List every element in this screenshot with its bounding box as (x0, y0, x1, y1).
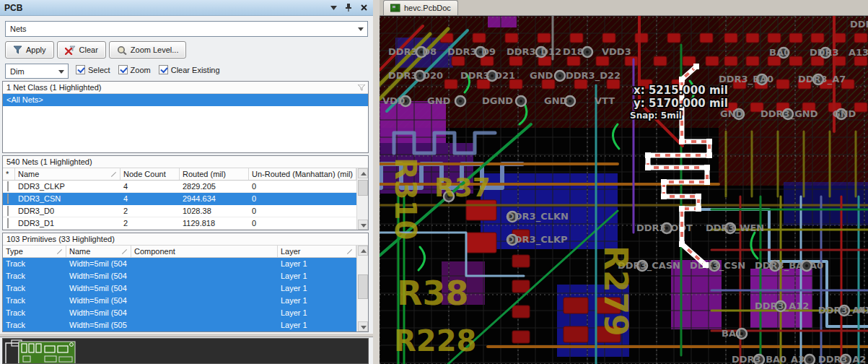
svg-text:DDR3_D20: DDR3_D20 (388, 70, 443, 82)
svg-text:DDR3_A12: DDR3_A12 (755, 300, 809, 312)
select-checkbox[interactable]: Select (76, 65, 110, 74)
svg-text:R38: R38 (397, 274, 468, 313)
primitive-row[interactable]: Track Width=5mil (504 Layer 1 (3, 270, 368, 282)
scroll-down-icon[interactable] (358, 220, 368, 230)
clear-existing-checkbox[interactable]: Clear Existing (159, 65, 220, 74)
col-prim-name-label: Name (69, 247, 90, 256)
net-row[interactable]: DDR3_CLKP 4 2829.205 0 (3, 181, 368, 193)
prim-component (131, 270, 278, 282)
scrollbar-thumb[interactable] (358, 274, 368, 299)
hud-x-coordinate: x: 5215.000 mil (634, 84, 728, 97)
col-star[interactable]: * (3, 168, 15, 180)
net-row[interactable]: DDR3_D0 2 1028.38 0 (3, 205, 368, 217)
apply-button[interactable]: Apply (5, 41, 54, 58)
svg-text:VDD3: VDD3 (602, 46, 631, 57)
scrollbar-thumb[interactable] (358, 180, 368, 196)
primitives-header[interactable]: 103 Primitives (33 Highlighted) (3, 233, 368, 246)
panel-divider[interactable] (0, 333, 373, 337)
col-routed[interactable]: Routed (mil) (180, 168, 249, 180)
col-type[interactable]: Type (3, 246, 66, 257)
primitives-column-header[interactable]: Type Name Component Layer (3, 246, 368, 258)
net-class-item-all-nets[interactable]: <All Nets> (3, 94, 368, 106)
nets-header-label: 540 Nets (1 Highlighted) (6, 157, 92, 166)
zoom-level-button[interactable]: Zoom Level... (109, 41, 187, 58)
col-unrouted[interactable]: Un-Routed (Manhattan) (mil) (249, 168, 356, 180)
col-component[interactable]: Component (131, 246, 278, 257)
svg-text:A3: A3 (791, 354, 805, 364)
primitive-row[interactable]: Track Width=5mil (504 Layer 1 (3, 258, 368, 270)
close-icon[interactable] (359, 4, 369, 12)
svg-text:DDR3_WEN: DDR3_WEN (706, 222, 764, 234)
primitive-row[interactable]: Track Width=5mil (504 Layer 1 (3, 282, 368, 295)
panel-mode-dropdown[interactable]: Nets (5, 21, 368, 37)
dim-dropdown[interactable]: Dim (5, 64, 69, 79)
col-layer[interactable]: Layer (278, 246, 356, 257)
row-checkbox[interactable] (7, 181, 9, 191)
net-name: DDR3_CLKP (15, 181, 120, 192)
col-name[interactable]: Name (15, 168, 120, 180)
svg-text:DDR3_CLKP: DDR3_CLKP (507, 234, 568, 246)
filter-funnel-icon[interactable] (358, 84, 365, 91)
nets-column-header[interactable]: * Name Node Count Routed (mil) Un-Routed… (3, 168, 368, 181)
primitive-row[interactable]: Track Width=5mil (504 Layer 1 (3, 307, 368, 319)
svg-text:BA1: BA1 (722, 328, 742, 339)
prim-component (131, 295, 278, 306)
row-checkbox[interactable] (7, 194, 9, 204)
zoom-checkbox[interactable]: Zoom (118, 65, 151, 74)
svg-text:R279: R279 (597, 246, 634, 337)
col-node-count[interactable]: Node Count (120, 168, 180, 180)
nets-scrollbar[interactable] (356, 168, 368, 230)
panel-menu-chevron-icon[interactable] (328, 4, 338, 12)
prim-name: Width=5mil (504 (66, 270, 131, 282)
scroll-down-icon[interactable] (358, 321, 368, 332)
sort-ascending-icon (347, 249, 352, 254)
checkbox-box (159, 65, 168, 74)
prim-component (131, 307, 278, 318)
net-row[interactable]: DDR3_D1 2 1129.818 0 (3, 217, 368, 230)
net-row[interactable]: DDR3_CSN 4 2944.634 0 (3, 193, 368, 205)
svg-text:DDR3_BA: DDR3_BA (755, 260, 803, 272)
net-routed: 2944.634 (180, 193, 249, 204)
board-thumbnail (3, 339, 89, 364)
scroll-up-icon[interactable] (358, 168, 368, 178)
prim-layer: Layer 1 (278, 319, 356, 331)
svg-text:VTT: VTT (595, 95, 615, 106)
prim-type: Track (3, 270, 66, 282)
clear-button[interactable]: Clear (57, 41, 106, 58)
prim-component (131, 282, 278, 294)
prim-type: Track (3, 282, 66, 294)
col-prim-name[interactable]: Name (66, 246, 131, 257)
prim-layer: Layer 1 (278, 295, 356, 306)
svg-text:D18: D18 (563, 46, 584, 57)
net-routed: 2829.205 (180, 181, 249, 192)
pcb-canvas[interactable]: DDR3DDR3_D8DDR3_D9DDR3_D12D18VDD3DDR3_D2… (380, 16, 868, 364)
svg-text:DGND: DGND (482, 95, 513, 106)
net-unrouted: 0 (249, 193, 356, 204)
svg-text:GND: GND (530, 70, 553, 81)
dock-splitter[interactable] (373, 0, 380, 364)
primitives-section: 103 Primitives (33 Highlighted) Type Nam… (2, 233, 369, 332)
net-name: DDR3_D1 (15, 217, 120, 229)
primitive-row[interactable]: Track Width=5mil (505 Layer 1 (3, 319, 368, 332)
prim-component (131, 258, 278, 269)
magnifier-icon (117, 46, 127, 55)
net-node-count: 4 (120, 181, 180, 192)
svg-text:GND: GND (427, 95, 451, 106)
row-checkbox[interactable] (7, 218, 9, 228)
primitives-header-label: 103 Primitives (33 Highlighted) (6, 235, 115, 243)
primitive-row[interactable]: Track Width=5mil (504 Layer 1 (3, 295, 368, 307)
primitives-scrollbar[interactable] (356, 246, 368, 332)
board-preview-pane[interactable] (2, 338, 369, 364)
scroll-up-icon[interactable] (358, 246, 368, 256)
net-unrouted: 0 (249, 181, 356, 192)
row-checkbox[interactable] (7, 206, 9, 216)
prim-layer: Layer 1 (278, 258, 356, 269)
clear-label: Clear (79, 46, 98, 54)
pin-icon[interactable] (343, 4, 354, 12)
nets-section: 540 Nets (1 Highlighted) * Name Node Cou… (2, 155, 369, 230)
nets-header[interactable]: 540 Nets (1 Highlighted) (3, 156, 368, 168)
svg-text:GND: GND (544, 95, 568, 106)
prim-layer: Layer 1 (278, 270, 356, 282)
tab-hevc-pcbdoc[interactable]: hevc.PcbDoc (383, 0, 458, 15)
net-class-header[interactable]: 1 Net Class (1 Highlighted) (3, 82, 368, 94)
